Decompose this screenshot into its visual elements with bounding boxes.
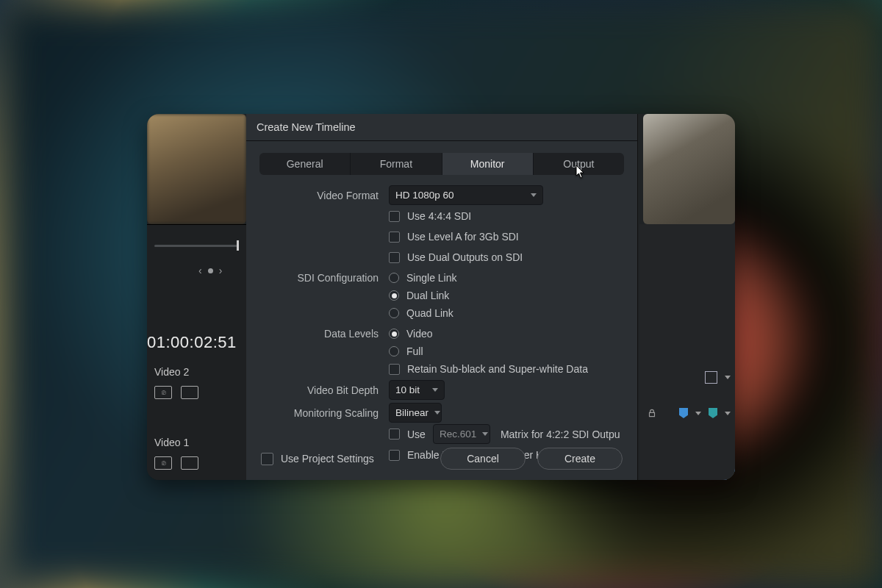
data-levels-label: Data Levels — [262, 328, 389, 340]
preview-thumb-right — [643, 114, 735, 224]
lock-icon[interactable] — [647, 408, 657, 418]
preview-thumb-left — [147, 114, 246, 224]
bit-depth-label: Video Bit Depth — [262, 384, 389, 396]
dialog-form: Video Format HD 1080p 60 . Use 4:4:4 SDI… — [246, 182, 637, 465]
sdi-single-label[interactable]: Single Link — [406, 272, 457, 284]
scaling-value: Bilinear — [395, 407, 429, 418]
track-rect-icon-2[interactable] — [181, 456, 198, 470]
timecode-display: 01:00:02:51 — [147, 333, 237, 352]
video-format-value: HD 1080p 60 — [395, 190, 454, 201]
tab-monitor[interactable]: Monitor — [442, 153, 534, 175]
chevron-down-icon — [695, 412, 701, 415]
retain-data-label[interactable]: Retain Sub-black and Super-white Data — [407, 363, 588, 375]
pager-next[interactable]: › — [219, 265, 223, 276]
matrix-use-label[interactable]: Use — [407, 429, 426, 440]
sdi-single-radio[interactable] — [389, 273, 399, 283]
sdi-quad-label[interactable]: Quad Link — [406, 307, 453, 319]
dialog-footer: Use Project Settings Cancel Create — [246, 445, 637, 473]
matrix-use-checkbox[interactable] — [389, 429, 400, 440]
use-level-a-checkbox[interactable] — [389, 232, 400, 243]
data-video-label[interactable]: Video — [406, 328, 433, 340]
track-video-1-controls: ⎚ — [147, 452, 246, 474]
editor-stage: ‹ › 01:00:02:51 Video 2 ⎚ Video 1 ⎚ Crea… — [147, 114, 735, 480]
pager-dot[interactable] — [208, 268, 213, 273]
use-444-checkbox[interactable] — [389, 211, 400, 222]
use-project-settings-checkbox[interactable] — [261, 453, 273, 465]
chevron-down-icon — [434, 411, 440, 415]
chevron-down-icon — [725, 412, 731, 415]
create-timeline-dialog: Create New Timeline General Format Monit… — [246, 114, 638, 480]
flag-teal-icon[interactable] — [709, 408, 717, 418]
crop-control[interactable] — [705, 371, 731, 384]
data-full-radio[interactable] — [389, 346, 399, 356]
scrubber-handle[interactable] — [237, 240, 239, 251]
flag-blue-icon[interactable] — [679, 408, 688, 418]
chevron-down-icon — [725, 376, 731, 379]
track-video-2-label[interactable]: Video 2 — [147, 361, 246, 383]
tab-output[interactable]: Output — [534, 153, 624, 175]
dialog-tabs: General Format Monitor Output — [259, 153, 624, 175]
bit-depth-value: 10 bit — [395, 384, 420, 395]
matrix-tail-label: Matrix for 4:2:2 SDI Outpu — [501, 429, 620, 440]
matrix-select[interactable]: Rec.601 — [433, 424, 490, 444]
sdi-quad-radio[interactable] — [389, 308, 399, 318]
scaling-select[interactable]: Bilinear — [389, 403, 442, 423]
use-dual-outputs-checkbox[interactable] — [389, 252, 400, 263]
retain-data-checkbox[interactable] — [389, 364, 400, 375]
marker-controls — [647, 408, 731, 418]
matrix-value: Rec.601 — [440, 429, 476, 440]
viewer-scrubber[interactable] — [147, 237, 246, 259]
use-dual-outputs-label[interactable]: Use Dual Outputs on SDI — [407, 251, 523, 263]
data-video-radio[interactable] — [389, 329, 399, 339]
data-full-label[interactable]: Full — [406, 345, 423, 357]
chevron-down-icon — [432, 388, 438, 392]
track-video-2-controls: ⎚ — [147, 381, 246, 404]
track-link-icon[interactable]: ⎚ — [154, 386, 172, 399]
crop-icon — [705, 371, 717, 384]
video-format-label: Video Format — [262, 190, 389, 201]
scrubber-track — [154, 245, 239, 247]
use-level-a-label[interactable]: Use Level A for 3Gb SDI — [407, 231, 519, 243]
viewer-pager: ‹ › — [198, 265, 222, 276]
track-link-icon-2[interactable]: ⎚ — [154, 456, 172, 470]
pager-prev[interactable]: ‹ — [198, 265, 202, 276]
sdi-dual-radio[interactable] — [389, 290, 399, 301]
chevron-down-icon — [482, 432, 488, 436]
tab-format[interactable]: Format — [351, 153, 442, 175]
timeline-right-panel — [639, 224, 735, 480]
sdi-config-label: SDI Configuration — [262, 272, 389, 284]
sdi-dual-label[interactable]: Dual Link — [406, 290, 449, 301]
tab-general[interactable]: General — [259, 153, 351, 175]
track-rect-icon[interactable] — [181, 386, 198, 399]
use-project-settings-label[interactable]: Use Project Settings — [281, 453, 374, 465]
track-video-1-label[interactable]: Video 1 — [147, 431, 246, 453]
create-button[interactable]: Create — [537, 448, 623, 470]
bit-depth-select[interactable]: 10 bit — [389, 380, 445, 400]
use-444-label[interactable]: Use 4:4:4 SDI — [407, 210, 471, 222]
chevron-down-icon — [531, 193, 537, 197]
scaling-label: Monitoring Scaling — [262, 407, 389, 419]
video-format-select[interactable]: HD 1080p 60 — [389, 185, 543, 205]
cancel-button[interactable]: Cancel — [440, 448, 526, 470]
dialog-title: Create New Timeline — [246, 114, 637, 141]
